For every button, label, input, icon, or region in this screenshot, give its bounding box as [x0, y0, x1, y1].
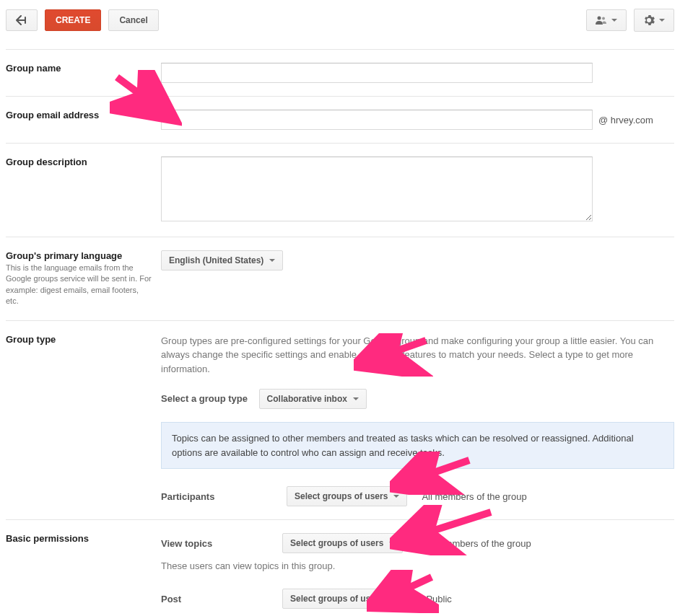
primary-language-label: Group's primary language: [6, 250, 152, 261]
group-type-value: Collaborative inbox: [267, 394, 347, 404]
group-type-label: Group type: [6, 334, 152, 345]
select-group-type-label: Select a group type: [161, 393, 248, 404]
group-name-row: Group name: [6, 49, 674, 96]
participants-dropdown-value: Select groups of users: [295, 491, 388, 501]
caret-down-icon: [611, 19, 617, 22]
primary-language-dropdown[interactable]: English (United States): [161, 250, 283, 270]
caret-down-icon: [393, 495, 399, 498]
group-name-label: Group name: [6, 63, 152, 74]
caret-down-icon: [353, 397, 359, 400]
people-icon: [596, 15, 607, 25]
basic-permissions-label: Basic permissions: [6, 533, 152, 544]
group-type-description: Group types are pre-configured settings …: [161, 334, 674, 377]
participants-dropdown[interactable]: Select groups of users: [287, 486, 407, 506]
view-topics-dropdown[interactable]: Select groups of users: [282, 533, 403, 553]
post-label: Post: [161, 594, 272, 604]
participants-value: All members of the group: [422, 491, 526, 502]
group-type-row: Group type Group types are pre-configure…: [6, 320, 674, 520]
caret-down-icon: [389, 597, 395, 600]
cancel-button[interactable]: Cancel: [108, 9, 158, 31]
group-description-row: Group description: [6, 143, 674, 237]
settings-menu-button[interactable]: [634, 9, 674, 32]
caret-down-icon: [659, 19, 665, 22]
checkmark-icon: ✓: [413, 593, 422, 604]
group-type-dropdown[interactable]: Collaborative inbox: [259, 389, 367, 409]
post-value: ✓ Public: [413, 593, 451, 604]
group-type-info-box: Topics can be assigned to other members …: [161, 422, 674, 469]
group-email-row: Group email address @ hrvey.com: [6, 96, 674, 143]
caret-down-icon: [269, 259, 275, 262]
primary-language-row: Group's primary language This is the lan…: [6, 237, 674, 320]
caret-down-icon: [389, 542, 395, 545]
gear-icon: [643, 14, 655, 26]
primary-language-sublabel: This is the language emails from the Goo…: [6, 263, 152, 307]
view-topics-description: These users can view topics in this grou…: [161, 560, 674, 571]
group-description-label: Group description: [6, 157, 152, 167]
svg-point-0: [598, 17, 601, 20]
view-topics-label: View topics: [161, 538, 272, 549]
view-topics-value: ✓ All members of the group: [413, 537, 531, 549]
post-dropdown-value: Select groups of users: [290, 594, 383, 604]
post-dropdown[interactable]: Select groups of users: [282, 589, 403, 609]
create-button[interactable]: CREATE: [45, 9, 101, 31]
group-email-label: Group email address: [6, 110, 152, 120]
view-topics-block: View topics Select groups of users ✓ All…: [161, 533, 674, 571]
email-domain-suffix: @ hrvey.com: [598, 115, 653, 126]
post-block: Post Select groups of users ✓ Public The…: [161, 589, 674, 616]
back-button[interactable]: [6, 9, 38, 31]
view-topics-dropdown-value: Select groups of users: [290, 538, 383, 548]
checkmark-icon: ✓: [413, 537, 422, 549]
group-description-textarea[interactable]: [161, 157, 593, 221]
people-menu-button[interactable]: [586, 9, 627, 31]
basic-permissions-row: Basic permissions View topics Select gro…: [6, 519, 674, 616]
svg-point-1: [602, 17, 605, 20]
toolbar: CREATE Cancel: [6, 9, 674, 32]
primary-language-value: English (United States): [169, 255, 263, 265]
participants-label: Participants: [161, 491, 272, 502]
back-arrow-icon: [15, 15, 28, 25]
group-email-input[interactable]: [161, 110, 593, 130]
group-name-input[interactable]: [161, 63, 593, 83]
